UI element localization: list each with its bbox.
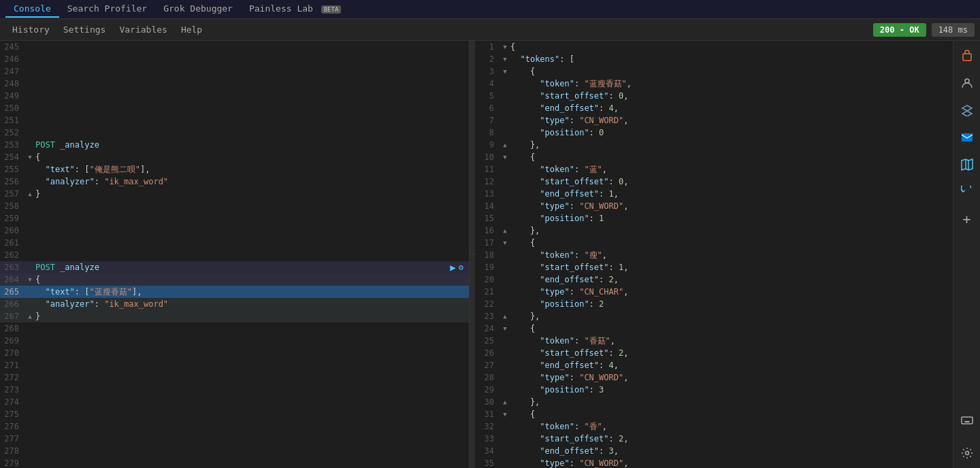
table-row: 268 [0,322,469,335]
rline-gutter: ▼ [500,322,510,335]
line-content: }, [510,224,953,237]
tab-console[interactable]: Console [5,1,59,18]
table-row: 257 ▲ } [0,188,469,200]
line-content: }, [510,139,953,151]
output-pane[interactable]: 1 ▼ { 2 ▼ "tokens": [ 3 ▼ { 4 [475,41,953,468]
rline-num: 1 [475,41,500,53]
tab-grok-debugger[interactable]: Grok Debugger [155,1,241,18]
nav-history[interactable]: History [5,22,56,37]
rline-num: 15 [475,212,500,224]
rline-num: 10 [475,151,500,163]
table-row: 13 "end_offset": 1, [475,188,953,200]
sidebar-icon-layers[interactable] [958,101,977,120]
table-row: 271 [0,359,469,371]
line-num: 262 [0,249,24,261]
line-gutter: ▼ [24,273,35,286]
rline-num: 18 [475,249,500,261]
table-row: 17 ▼ { [475,237,953,249]
line-gutter: ▲ [24,188,35,200]
table-row: 29 "position": 3 [475,384,953,396]
nav-settings[interactable]: Settings [56,22,113,37]
status-time-badge: 148 ms [932,23,975,37]
line-content: "position": 0 [510,127,953,139]
beta-badge: BETA [321,5,342,14]
table-row: 275 [0,408,469,420]
line-num: 268 [0,322,24,335]
line-num: 257 [0,188,24,200]
rline-gutter: ▼ [500,408,510,420]
rline-num: 7 [475,114,500,127]
line-content: "text": ["蓝瘦香菇"], [35,286,469,298]
rline-num: 35 [475,457,500,468]
nav-help[interactable]: Help [174,22,209,37]
table-row: 250 [0,102,469,114]
svg-rect-6 [962,417,973,424]
rline-num: 25 [475,335,500,347]
sidebar-icon-add[interactable]: + [958,210,977,229]
table-row: 269 [0,335,469,347]
line-content: { [510,322,953,335]
rline-num: 24 [475,322,500,335]
sidebar-icon-map[interactable] [958,155,977,174]
nav-variables[interactable]: Variables [112,22,174,37]
tab-search-profiler[interactable]: Search Profiler [59,1,155,18]
table-row: 252 [0,127,469,139]
table-row: 245 [0,41,469,53]
sidebar-icon-bag[interactable] [958,46,977,65]
rline-gutter: ▲ [500,310,510,322]
rline-num: 3 [475,65,500,78]
line-content: }, [510,310,953,322]
left-code-area: 245 246 247 248 [0,41,469,468]
line-content: "position": 3 [510,384,953,396]
table-row: 11 "token": "蓝", [475,163,953,176]
line-num: 246 [0,53,24,65]
table-row: 260 [0,224,469,237]
line-content: } [35,310,469,322]
svg-marker-3 [962,159,973,170]
table-row: 23 ▲ }, [475,310,953,322]
table-row: 261 [0,237,469,249]
sidebar-icon-refresh[interactable] [958,182,977,201]
sidebar-icon-outlook[interactable] [958,128,977,147]
run-button[interactable]: ▶ [450,261,455,273]
rline-num: 11 [475,163,500,176]
line-num: 254 [0,151,24,163]
tab-painless-lab[interactable]: Painless Lab BETA [241,1,349,18]
copy-button[interactable]: ⚙ [459,261,463,273]
rline-num: 33 [475,433,500,445]
table-row: 15 "position": 1 [475,212,953,224]
table-row: 1 ▼ { [475,41,953,53]
line-content: "type": "CN_WORD", [510,457,953,468]
table-row: 258 [0,200,469,212]
line-num: 266 [0,298,24,310]
line-content: }, [510,396,953,408]
line-num: 248 [0,78,24,90]
sidebar-icon-settings[interactable] [958,444,977,463]
table-row: 6 "end_offset": 4, [475,102,953,114]
line-num: 269 [0,335,24,347]
rline-num: 23 [475,310,500,322]
rline-gutter: ▼ [500,237,510,249]
sidebar-icon-user[interactable] [958,73,977,93]
line-num: 245 [0,41,24,53]
editor-pane[interactable]: 245 246 247 248 [0,41,470,468]
pane-divider[interactable]: ⋮ [470,41,475,468]
line-content: "end_offset": 3, [510,445,953,457]
main-content: 245 246 247 248 [0,41,980,468]
line-gutter: ▲ [24,310,35,322]
table-row: 246 [0,53,469,65]
rline-num: 28 [475,371,500,384]
rline-num: 19 [475,261,500,273]
line-content: "start_offset": 2, [510,347,953,359]
line-content: { [510,151,953,163]
rline-gutter: ▲ [500,396,510,408]
line-content: "position": 2 [510,298,953,310]
line-content: "start_offset": 2, [510,433,953,445]
sidebar-icon-keyboard[interactable] [958,411,977,430]
table-row: 249 [0,90,469,102]
rline-num: 20 [475,273,500,286]
line-num: 253 [0,139,24,151]
line-num: 247 [0,65,24,78]
line-content: } [35,188,469,200]
status-ok-badge: 200 - OK [873,23,926,37]
